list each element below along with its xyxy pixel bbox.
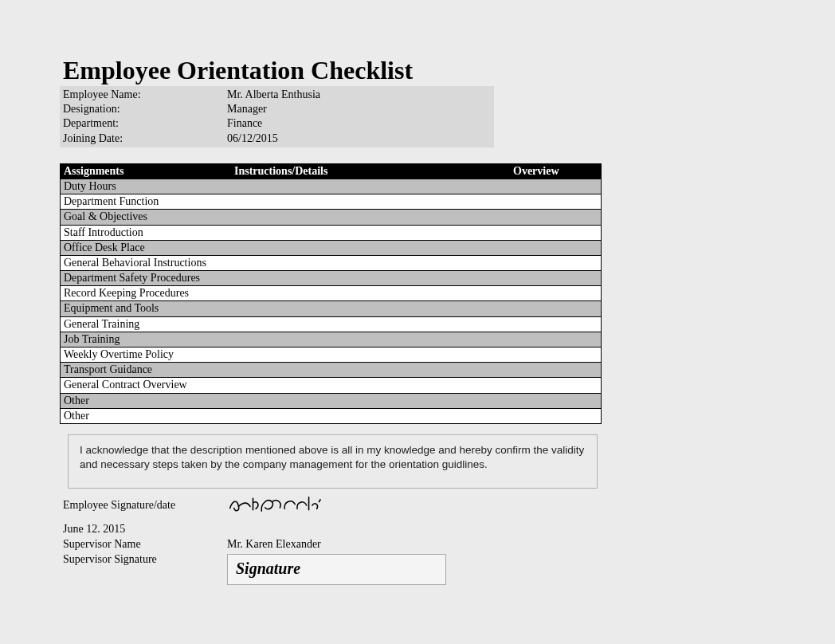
signature-area: Employee Signature/date June 12. 2015 Su… [60, 498, 602, 585]
table-row: Department Function [61, 194, 601, 209]
table-row: Other [61, 393, 601, 408]
info-label: Designation: [60, 102, 227, 116]
info-label: Department: [60, 116, 227, 131]
table-row: Office Desk Place [61, 240, 601, 255]
table-row: Other [61, 408, 601, 423]
sig-row-date: June 12. 2015 [60, 522, 602, 537]
sig-value [227, 522, 602, 537]
sig-label: Supervisor Name [60, 537, 227, 552]
table-row: General Behavioral Instructions [61, 255, 601, 270]
handwritten-signature-icon [227, 493, 331, 517]
employee-info-block: Employee Name: Mr. Alberta Enthusia Desi… [60, 86, 494, 147]
info-label: Employee Name: [60, 88, 227, 102]
table-row: Duty Hours [61, 179, 601, 194]
sig-label: Employee Signature/date [60, 498, 227, 522]
sig-date: June 12. 2015 [60, 522, 227, 537]
acknowledgment-box: I acknowledge that the description menti… [68, 434, 598, 489]
info-value: Manager [227, 102, 494, 116]
table-row: Weekly Overtime Policy [61, 347, 601, 362]
table-header-instructions: Instructions/Details [234, 164, 513, 179]
checklist-table: Assignments Instructions/Details Overvie… [60, 163, 602, 424]
table-row: General Training [61, 316, 601, 332]
info-value: Finance [227, 116, 494, 131]
table-row: Transport Guidance [61, 362, 601, 377]
sig-value: Mr. Karen Elexander [227, 537, 602, 552]
table-row: General Contract Overview [61, 377, 601, 392]
info-label: Joining Date: [60, 132, 227, 146]
page-title: Employee Orientation Checklist [63, 57, 602, 83]
sig-row-supervisor-name: Supervisor Name Mr. Karen Elexander [60, 537, 602, 552]
info-row-name: Employee Name: Mr. Alberta Enthusia [60, 88, 494, 102]
table-row: Staff Introduction [61, 225, 601, 240]
table-row: Department Safety Procedures [61, 270, 601, 285]
document-sheet: Employee Orientation Checklist Employee … [60, 57, 602, 585]
info-row-department: Department: Finance [60, 116, 494, 131]
sig-row-supervisor-signature: Supervisor Signature Signature [60, 552, 602, 585]
employee-signature [227, 498, 602, 522]
table-row: Job Training [61, 332, 601, 347]
table-row: Record Keeping Procedures [61, 285, 601, 300]
sig-label: Supervisor Signature [60, 552, 227, 585]
info-row-joining: Joining Date: 06/12/2015 [60, 132, 494, 146]
table-header-row: Assignments Instructions/Details Overvie… [61, 164, 601, 179]
info-value: Mr. Alberta Enthusia [227, 88, 494, 102]
table-row: Equipment and Tools [61, 300, 601, 316]
info-row-designation: Designation: Manager [60, 102, 494, 116]
sig-row-employee: Employee Signature/date [60, 498, 602, 522]
table-header-assignments: Assignments [61, 164, 234, 179]
sig-value: Signature [227, 552, 602, 585]
info-value: 06/12/2015 [227, 132, 494, 146]
table-row: Goal & Objectives [61, 209, 601, 224]
table-header-overview: Overview [513, 164, 601, 179]
supervisor-signature-placeholder: Signature [227, 554, 446, 585]
